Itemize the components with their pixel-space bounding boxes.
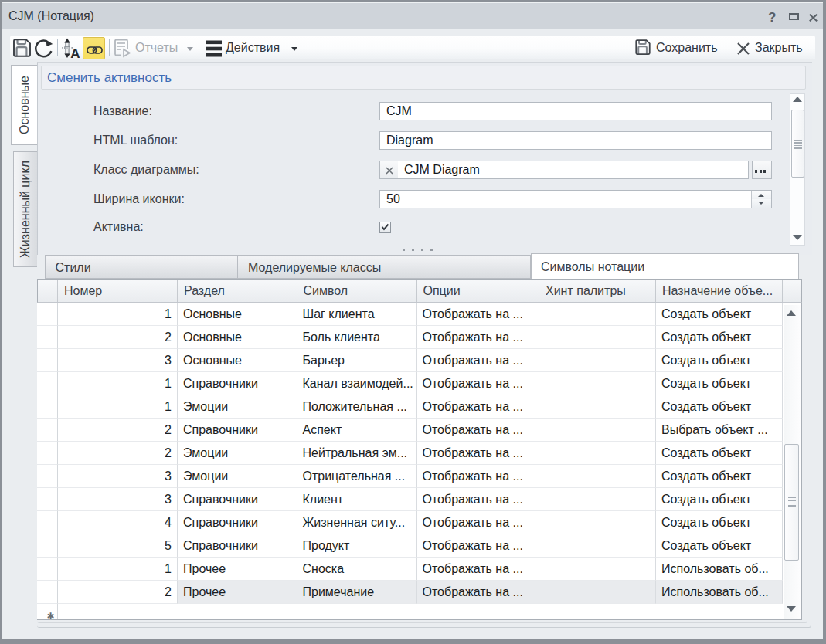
svg-text:A: A [70,46,80,59]
